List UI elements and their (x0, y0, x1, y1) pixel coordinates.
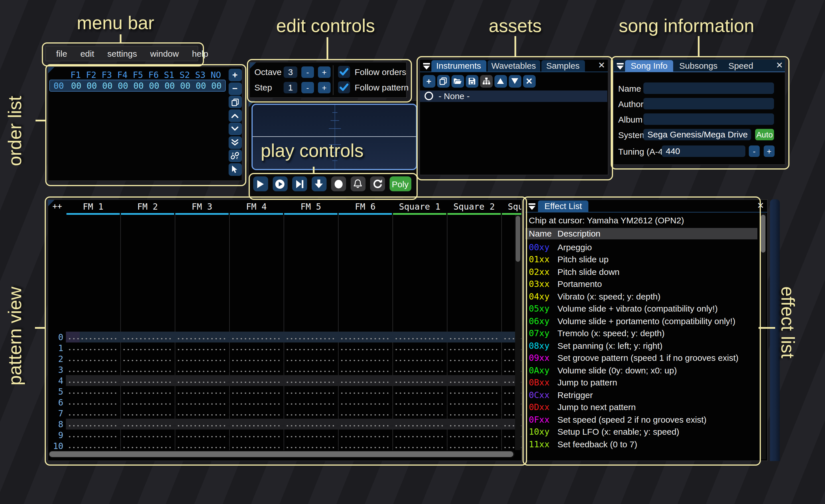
pattern-empty-cell[interactable] (287, 436, 334, 438)
pattern-empty-cell[interactable] (232, 392, 280, 394)
pattern-empty-cell[interactable] (69, 392, 116, 394)
pattern-empty-cell[interactable] (287, 360, 334, 362)
pattern-empty-cell[interactable] (395, 360, 443, 362)
pattern-empty-cell[interactable] (123, 425, 171, 427)
step-minus-button[interactable]: - (301, 82, 314, 93)
step-row-down-button[interactable] (311, 176, 326, 191)
tab-effect-list[interactable]: Effect List (538, 200, 588, 212)
tab-song-info[interactable]: Song Info (625, 60, 673, 71)
pattern-empty-cell[interactable] (123, 436, 171, 438)
duplicate-order-to-end-button[interactable] (228, 136, 241, 149)
order-row[interactable]: 0000000000000000000000 (49, 80, 225, 92)
move-asset-down-button[interactable] (509, 75, 521, 87)
scrollbar-thumb[interactable] (516, 216, 520, 261)
tab-samples[interactable]: Samples (541, 60, 585, 71)
channel-header-fm-5[interactable]: FM 5 (284, 201, 338, 211)
add-order-button[interactable]: + (228, 69, 241, 81)
order-cell[interactable]: 00 (100, 81, 115, 91)
pattern-empty-cell[interactable] (341, 360, 388, 362)
pattern-empty-cell[interactable] (450, 392, 497, 394)
channel-header-fm-6[interactable]: FM 6 (338, 201, 392, 211)
pattern-empty-cell[interactable] (395, 436, 443, 438)
pattern-vertical-scrollbar[interactable] (515, 215, 521, 450)
menu-file[interactable]: file (56, 49, 67, 59)
tuning-input[interactable]: 440 (662, 145, 745, 157)
order-cell[interactable]: 00 (115, 81, 131, 91)
order-cell[interactable]: 00 (209, 81, 224, 91)
effect-row[interactable]: 08xySet panning (x: left; y: right) (525, 340, 767, 352)
octave-plus-button[interactable]: + (318, 66, 330, 78)
pattern-row[interactable]: 7 (48, 408, 521, 418)
pattern-row[interactable]: 6 (48, 397, 521, 408)
effect-row[interactable]: 0BxxJump to pattern (525, 377, 767, 389)
system-select[interactable]: Sega Genesis/Mega Drive (644, 129, 751, 140)
move-order-up-button[interactable] (228, 109, 241, 122)
pattern-empty-cell[interactable] (395, 447, 443, 449)
pattern-empty-cell[interactable] (123, 349, 171, 351)
pattern-empty-cell[interactable] (177, 338, 225, 340)
pattern-empty-cell[interactable] (232, 414, 280, 416)
poly-mode-button[interactable]: Poly (389, 176, 411, 191)
pattern-empty-cell[interactable] (232, 360, 280, 362)
pattern-empty-cell[interactable] (123, 338, 171, 340)
order-cell[interactable]: 00 (146, 81, 162, 91)
pattern-empty-cell[interactable] (395, 338, 443, 340)
scrollbar-thumb[interactable] (49, 451, 513, 457)
add-asset-button[interactable]: + (423, 75, 435, 87)
pattern-empty-cell[interactable] (287, 370, 334, 372)
channel-header-fm-4[interactable]: FM 4 (229, 201, 284, 211)
pattern-empty-cell[interactable] (232, 403, 280, 405)
pattern-empty-cell[interactable] (232, 447, 280, 449)
metronome-button[interactable] (350, 176, 365, 191)
close-icon[interactable]: ✕ (597, 61, 606, 70)
close-icon[interactable]: ✕ (775, 61, 784, 70)
channel-header-fm-1[interactable]: FM 1 (66, 201, 120, 211)
play-button[interactable] (253, 176, 268, 191)
channel-header-fm-3[interactable]: FM 3 (175, 201, 229, 211)
effect-row[interactable]: 05xyVolume slide + vibrato (compatibilit… (525, 303, 767, 315)
pattern-empty-cell[interactable] (395, 370, 443, 372)
pattern-empty-cell[interactable] (395, 392, 443, 394)
pattern-empty-cell[interactable] (395, 425, 443, 427)
pattern-empty-cell[interactable] (395, 349, 443, 351)
channel-header-square-1[interactable]: Square 1 (392, 201, 447, 211)
effect-row[interactable]: 11xxSet feedback (0 to 7) (525, 438, 767, 451)
pattern-empty-cell[interactable] (123, 370, 171, 372)
pattern-empty-cell[interactable] (287, 338, 334, 340)
pattern-empty-cell[interactable] (177, 403, 225, 405)
tab-speed[interactable]: Speed (724, 60, 758, 71)
effect-row[interactable]: 04xyVibrato (x: speed; y: depth) (525, 291, 767, 303)
pattern-empty-cell[interactable] (341, 338, 388, 340)
tuning-plus-button[interactable]: + (764, 145, 774, 157)
pattern-row[interactable]: 9 (48, 429, 521, 440)
album-input[interactable] (644, 113, 774, 124)
tab-subsongs[interactable]: Subsongs (674, 60, 723, 71)
delete-asset-button[interactable]: ✕ (523, 75, 535, 87)
pattern-empty-cell[interactable] (232, 436, 280, 438)
order-cell[interactable]: 00 (84, 81, 99, 91)
channel-header-square-2[interactable]: Square 2 (447, 201, 501, 211)
pattern-empty-cell[interactable] (123, 447, 171, 449)
octave-minus-button[interactable]: - (301, 66, 314, 78)
pattern-empty-cell[interactable] (341, 425, 388, 427)
menu-settings[interactable]: settings (107, 49, 137, 59)
pattern-empty-cell[interactable] (450, 436, 497, 438)
effect-row[interactable]: 01xxPitch slide up (525, 254, 767, 266)
follow-orders-checkbox[interactable] (338, 66, 350, 78)
pattern-row[interactable]: 3 (48, 364, 521, 375)
name-input[interactable] (644, 82, 774, 94)
pattern-empty-cell[interactable] (123, 392, 171, 394)
order-cell[interactable]: 00 (193, 81, 209, 91)
pattern-empty-cell[interactable] (177, 382, 225, 384)
pattern-empty-cell[interactable] (450, 414, 497, 416)
open-asset-button[interactable] (451, 75, 464, 87)
pattern-empty-cell[interactable] (123, 403, 171, 405)
pattern-empty-cell[interactable] (232, 425, 280, 427)
menu-edit[interactable]: edit (80, 49, 94, 59)
pattern-horizontal-scrollbar[interactable] (49, 450, 515, 457)
pattern-empty-cell[interactable] (450, 425, 497, 427)
save-asset-button[interactable] (465, 75, 478, 87)
effect-row[interactable]: 0FxxSet speed (speed 2 if no grooves exi… (525, 414, 767, 426)
order-row-index[interactable]: 00 (53, 81, 65, 91)
record-button[interactable] (331, 176, 346, 191)
